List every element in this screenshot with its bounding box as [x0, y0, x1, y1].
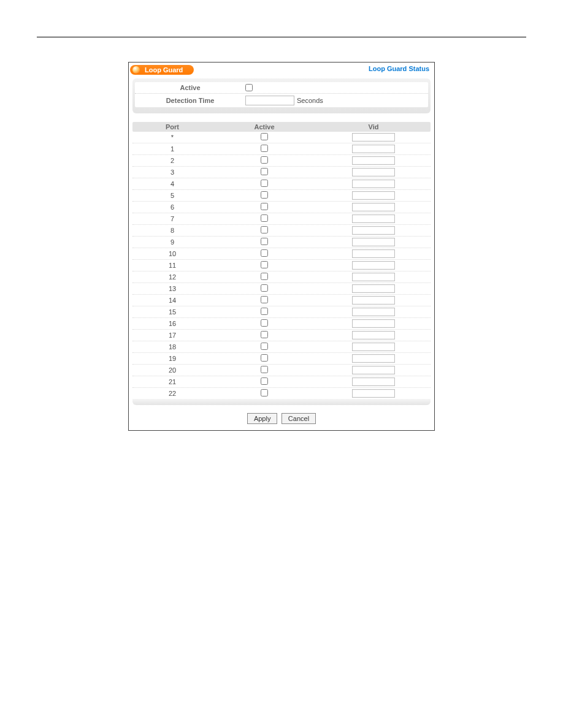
- port-active-checkbox[interactable]: [261, 284, 268, 292]
- port-vid-input[interactable]: [352, 145, 395, 153]
- port-active-checkbox[interactable]: [261, 238, 268, 245]
- port-active-checkbox[interactable]: [261, 354, 268, 362]
- port-cell: 20: [132, 366, 212, 374]
- global-active-checkbox[interactable]: [245, 84, 253, 91]
- table-row: 6: [132, 202, 431, 213]
- port-cell: 18: [132, 343, 212, 351]
- top-rule: [37, 37, 526, 37]
- port-active-cell: [212, 261, 316, 270]
- port-cell: 9: [132, 238, 212, 246]
- table-row: 2: [132, 155, 431, 167]
- port-vid-input[interactable]: [352, 319, 395, 328]
- table-row: 8: [132, 225, 431, 237]
- cancel-button[interactable]: Cancel: [282, 413, 316, 424]
- port-active-checkbox[interactable]: [261, 389, 268, 396]
- port-vid-input[interactable]: [352, 389, 395, 398]
- port-vid-cell: [316, 249, 431, 258]
- port-active-checkbox[interactable]: [261, 156, 268, 164]
- table-row: 19: [132, 353, 431, 365]
- port-active-checkbox[interactable]: [261, 214, 268, 222]
- port-active-checkbox[interactable]: [261, 343, 268, 350]
- port-vid-input[interactable]: [352, 214, 395, 223]
- port-active-cell: [212, 284, 316, 293]
- port-cell: 8: [132, 227, 212, 234]
- port-vid-cell: [316, 343, 431, 351]
- port-vid-input[interactable]: [352, 226, 395, 235]
- port-active-checkbox[interactable]: [261, 261, 268, 268]
- port-active-checkbox[interactable]: [261, 331, 268, 338]
- port-active-checkbox[interactable]: [261, 296, 268, 303]
- port-active-cell: [212, 308, 316, 316]
- port-active-cell: [212, 354, 316, 363]
- port-active-checkbox[interactable]: [261, 249, 268, 257]
- port-active-checkbox[interactable]: [261, 308, 268, 315]
- port-vid-input[interactable]: [352, 238, 395, 246]
- port-cell: 5: [132, 192, 212, 199]
- port-vid-input[interactable]: [352, 133, 395, 142]
- port-vid-input[interactable]: [352, 377, 395, 386]
- loop-guard-status-link[interactable]: Loop Guard Status: [369, 65, 429, 72]
- port-cell: 11: [132, 262, 212, 269]
- port-vid-input[interactable]: [352, 191, 395, 200]
- col-header-active: Active: [212, 123, 316, 131]
- apply-button[interactable]: Apply: [247, 413, 278, 424]
- port-vid-input[interactable]: [352, 296, 395, 305]
- port-active-cell: [212, 319, 316, 328]
- port-vid-cell: [316, 354, 431, 363]
- port-cell: 16: [132, 320, 212, 327]
- port-active-cell: [212, 168, 316, 176]
- global-settings-block: Active Detection Time Seconds: [132, 78, 431, 113]
- port-active-checkbox[interactable]: [261, 145, 268, 152]
- port-active-checkbox[interactable]: [261, 168, 268, 175]
- port-vid-input[interactable]: [352, 168, 395, 176]
- port-vid-input[interactable]: [352, 284, 395, 293]
- port-cell: 2: [132, 157, 212, 164]
- table-row: 4: [132, 178, 431, 190]
- port-vid-input[interactable]: [352, 249, 395, 258]
- global-active-row: Active: [135, 82, 428, 94]
- port-active-cell: [212, 296, 316, 305]
- port-active-cell: [212, 343, 316, 351]
- port-active-checkbox[interactable]: [261, 319, 268, 327]
- port-vid-cell: [316, 319, 431, 328]
- port-active-cell: [212, 377, 316, 386]
- port-vid-input[interactable]: [352, 261, 395, 270]
- table-row: 10: [132, 248, 431, 260]
- table-row: 13: [132, 283, 431, 295]
- table-row: 16: [132, 318, 431, 330]
- port-active-checkbox[interactable]: [261, 203, 268, 210]
- port-vid-input[interactable]: [352, 273, 395, 281]
- port-active-cell: [212, 214, 316, 223]
- port-vid-cell: [316, 389, 431, 398]
- port-vid-cell: [316, 133, 431, 142]
- panel-title: Loop Guard: [145, 66, 183, 74]
- port-active-checkbox[interactable]: [261, 133, 268, 140]
- port-active-checkbox[interactable]: [261, 273, 268, 280]
- port-vid-input[interactable]: [352, 180, 395, 188]
- port-cell: 17: [132, 332, 212, 339]
- port-vid-input[interactable]: [352, 203, 395, 211]
- button-bar: Apply Cancel: [130, 405, 433, 429]
- detection-time-label: Detection Time: [135, 97, 245, 104]
- port-active-cell: [212, 389, 316, 398]
- port-vid-cell: [316, 203, 431, 211]
- panel-header: Loop Guard Loop Guard Status: [130, 64, 433, 75]
- port-active-checkbox[interactable]: [261, 180, 268, 187]
- port-active-checkbox[interactable]: [261, 226, 268, 233]
- port-table-header: Port Active Vid: [132, 122, 431, 132]
- port-vid-input[interactable]: [352, 366, 395, 374]
- port-vid-input[interactable]: [352, 156, 395, 165]
- table-row: 11: [132, 260, 431, 271]
- port-active-checkbox[interactable]: [261, 191, 268, 199]
- port-vid-input[interactable]: [352, 308, 395, 316]
- port-cell: 7: [132, 215, 212, 222]
- detection-time-input[interactable]: [245, 96, 294, 105]
- port-vid-input[interactable]: [352, 343, 395, 351]
- table-row: *: [132, 132, 431, 143]
- port-active-cell: [212, 331, 316, 339]
- port-active-cell: [212, 238, 316, 246]
- port-vid-input[interactable]: [352, 354, 395, 363]
- port-active-checkbox[interactable]: [261, 377, 268, 385]
- port-vid-input[interactable]: [352, 331, 395, 339]
- port-active-checkbox[interactable]: [261, 366, 268, 373]
